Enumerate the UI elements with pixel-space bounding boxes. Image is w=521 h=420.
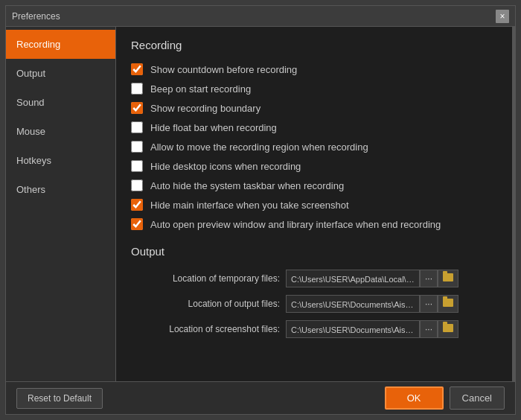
sidebar-item-sound[interactable]: Sound bbox=[6, 88, 115, 117]
checkbox-label-autoopen: Auto open preview window and library int… bbox=[150, 219, 441, 230]
footer-right: OK Cancel bbox=[385, 386, 505, 410]
checkbox-countdown[interactable] bbox=[131, 63, 143, 75]
checkboxes-container: Show countdown before recordingBeep on s… bbox=[131, 63, 497, 230]
checkbox-row-floatbar: Hide float bar when recording bbox=[131, 121, 497, 133]
recording-section-title: Recording bbox=[131, 39, 497, 51]
content-area: Recording Show countdown before recordin… bbox=[116, 27, 515, 381]
dots-button-temp[interactable]: ··· bbox=[420, 270, 438, 287]
output-row-screenshot: Location of screenshot files:C:\Users\US… bbox=[131, 320, 497, 338]
checkbox-label-desktopicons: Hide desktop icons when recording bbox=[150, 161, 301, 172]
output-path-temp[interactable]: C:\Users\USER\AppData\Local\Ten bbox=[286, 270, 420, 287]
sidebar-item-mouse[interactable]: Mouse bbox=[6, 117, 115, 146]
checkbox-taskbar[interactable] bbox=[131, 179, 143, 191]
checkbox-label-boundary: Show recording boundary bbox=[150, 103, 260, 114]
checkbox-row-boundary: Show recording boundary bbox=[131, 102, 497, 114]
cancel-button[interactable]: Cancel bbox=[450, 386, 505, 410]
sidebar-item-hotkeys[interactable]: Hotkeys bbox=[6, 146, 115, 175]
ok-button[interactable]: OK bbox=[385, 386, 444, 410]
sidebar-item-others[interactable]: Others bbox=[6, 175, 115, 204]
checkbox-row-taskbar: Auto hide the system taskbar when record… bbox=[131, 179, 497, 191]
sidebar: RecordingOutputSoundMouseHotkeysOthers bbox=[6, 27, 116, 381]
output-path-output[interactable]: C:\Users\USER\Documents\Aiseesc bbox=[286, 295, 420, 313]
checkbox-boundary[interactable] bbox=[131, 102, 143, 114]
checkbox-label-moveregion: Allow to move the recording region when … bbox=[150, 141, 368, 153]
dots-button-screenshot[interactable]: ··· bbox=[420, 320, 438, 338]
checkbox-label-floatbar: Hide float bar when recording bbox=[150, 122, 277, 133]
output-row-output: Location of output files:C:\Users\USER\D… bbox=[131, 295, 497, 313]
dialog-footer: Reset to Default OK Cancel bbox=[6, 381, 515, 414]
sidebar-item-output[interactable]: Output bbox=[6, 59, 115, 88]
output-row-temp: Location of temporary files:C:\Users\USE… bbox=[131, 270, 497, 287]
checkbox-label-taskbar: Auto hide the system taskbar when record… bbox=[150, 180, 344, 191]
checkbox-label-beep: Beep on start recording bbox=[150, 83, 251, 95]
checkbox-row-desktopicons: Hide desktop icons when recording bbox=[131, 160, 497, 172]
output-rows-container: Location of temporary files:C:\Users\USE… bbox=[131, 270, 497, 338]
output-label-screenshot: Location of screenshot files: bbox=[131, 324, 280, 334]
output-path-screenshot[interactable]: C:\Users\USER\Documents\Aiseesc bbox=[286, 320, 420, 338]
preferences-dialog: Preferences × RecordingOutputSoundMouseH… bbox=[5, 5, 516, 415]
checkbox-desktopicons[interactable] bbox=[131, 160, 143, 172]
output-section-title: Output bbox=[131, 245, 497, 258]
output-section: Output Location of temporary files:C:\Us… bbox=[131, 245, 497, 338]
title-bar: Preferences × bbox=[6, 6, 515, 27]
checkbox-mainiface[interactable] bbox=[131, 199, 143, 211]
checkbox-autoopen[interactable] bbox=[131, 218, 143, 230]
checkbox-label-mainiface: Hide main interface when you take screen… bbox=[150, 200, 349, 211]
close-button[interactable]: × bbox=[496, 10, 509, 23]
checkbox-row-countdown: Show countdown before recording bbox=[131, 63, 497, 75]
output-label-temp: Location of temporary files: bbox=[131, 273, 280, 284]
checkbox-label-countdown: Show countdown before recording bbox=[150, 64, 297, 75]
folder-button-screenshot[interactable] bbox=[438, 320, 458, 338]
folder-button-temp[interactable] bbox=[438, 270, 458, 287]
reset-button[interactable]: Reset to Default bbox=[16, 388, 103, 409]
checkbox-row-autoopen: Auto open preview window and library int… bbox=[131, 218, 497, 230]
checkbox-floatbar[interactable] bbox=[131, 121, 143, 133]
dialog-body: RecordingOutputSoundMouseHotkeysOthers R… bbox=[6, 27, 515, 381]
folder-icon-temp bbox=[443, 273, 453, 281]
dialog-title: Preferences bbox=[12, 11, 60, 22]
output-label-output: Location of output files: bbox=[131, 299, 280, 309]
folder-button-output[interactable] bbox=[438, 295, 458, 313]
sidebar-item-recording[interactable]: Recording bbox=[6, 30, 115, 59]
checkbox-moveregion[interactable] bbox=[131, 141, 143, 153]
checkbox-row-beep: Beep on start recording bbox=[131, 83, 497, 95]
checkbox-row-mainiface: Hide main interface when you take screen… bbox=[131, 199, 497, 211]
checkbox-row-moveregion: Allow to move the recording region when … bbox=[131, 141, 497, 153]
folder-icon-screenshot bbox=[443, 324, 453, 332]
folder-icon-output bbox=[443, 299, 453, 307]
checkbox-beep[interactable] bbox=[131, 83, 143, 95]
dots-button-output[interactable]: ··· bbox=[420, 295, 438, 313]
